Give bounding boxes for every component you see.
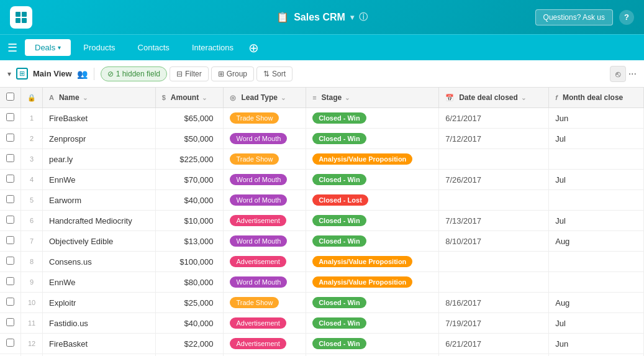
th-month-close[interactable]: f Month deal close — [549, 88, 644, 108]
row-checkbox[interactable] — [6, 154, 14, 162]
th-amount[interactable]: $ Amount ⌄ — [155, 88, 224, 108]
row-num: 1 — [30, 114, 34, 122]
name-sort-icon: ⌄ — [83, 94, 88, 101]
row-amount: $40,000 — [155, 313, 224, 334]
th-amount-label: Amount — [171, 93, 199, 102]
nav-add-button[interactable]: ⊕ — [248, 40, 259, 55]
th-date-closed[interactable]: 📅 Date deal closed ⌄ — [439, 88, 549, 108]
th-lock: 🔒 — [21, 88, 43, 108]
title-icon: 📋 — [276, 11, 289, 23]
hidden-fields-button[interactable]: ⊘ 1 hidden field — [101, 66, 167, 81]
row-date — [439, 272, 549, 293]
row-name[interactable]: Handcrafted Mediocrity — [43, 211, 156, 231]
row-name[interactable]: Exploitr — [43, 293, 156, 313]
row-name[interactable]: EnnWe — [43, 272, 156, 293]
row-checkbox[interactable] — [6, 339, 14, 347]
nav-tab-interactions[interactable]: Interactions — [182, 39, 243, 56]
row-checkbox[interactable] — [6, 175, 14, 183]
view-people-icon: 👥 — [77, 69, 88, 79]
row-checkbox[interactable] — [6, 216, 14, 224]
row-name[interactable]: FireBasket — [43, 108, 156, 129]
row-checkbox[interactable] — [6, 257, 14, 265]
row-date: 7/26/2017 — [439, 170, 549, 190]
row-stage: Closed - Win — [306, 129, 439, 149]
table-row: 6Handcrafted Mediocrity$10,000Advertisem… — [0, 211, 644, 231]
amount-sort-icon: ⌄ — [202, 94, 207, 101]
row-lock-cell: 3 — [21, 149, 43, 170]
row-amount: $15,000 — [155, 354, 224, 357]
row-name[interactable]: Objectively Edible — [43, 231, 156, 252]
row-name[interactable]: EnnWe — [43, 170, 156, 190]
row-name[interactable]: FireBasket — [43, 334, 156, 354]
filter-button[interactable]: ⊟ Filter — [170, 66, 209, 81]
table-body: 1FireBasket$65,000Trade ShowClosed - Win… — [0, 108, 644, 357]
toolbar-left: ▾ ⊞ Main View 👥 — [7, 68, 88, 80]
stage-badge: Closed - Win — [312, 112, 366, 124]
more-options-button[interactable]: ··· — [628, 68, 637, 80]
view-collapse-arrow[interactable]: ▾ — [7, 70, 11, 78]
hamburger-icon[interactable]: ☰ — [7, 41, 17, 55]
row-checkbox-cell — [0, 313, 21, 334]
group-button[interactable]: ⊞ Group — [211, 66, 254, 81]
table-row: 7Objectively Edible$13,000Word of MouthC… — [0, 231, 644, 252]
stage-badge: Closed - Win — [312, 215, 366, 226]
nav-tab-deals[interactable]: Deals ▾ — [25, 39, 71, 56]
row-checkbox-cell — [0, 129, 21, 149]
nav-tab-contacts[interactable]: Contacts — [128, 39, 179, 56]
title-dropdown-arrow[interactable]: ▾ — [350, 13, 354, 22]
row-checkbox[interactable] — [6, 236, 14, 244]
row-stage: Analysis/Value Proposition — [306, 252, 439, 272]
th-checkbox — [0, 88, 21, 108]
row-checkbox[interactable] — [6, 113, 14, 121]
row-amount: $22,000 — [155, 334, 224, 354]
th-month-label: Month deal close — [563, 93, 623, 102]
row-lead-type: Word of Mouth — [224, 129, 306, 149]
row-name[interactable]: Fastidio.us — [43, 313, 156, 334]
row-month: Jul — [549, 211, 644, 231]
th-lead-type[interactable]: ◎ Lead Type ⌄ — [224, 88, 306, 108]
row-checkbox[interactable] — [6, 298, 14, 306]
row-checkbox-cell — [0, 252, 21, 272]
toolbar-divider — [94, 68, 94, 80]
info-icon[interactable]: ⓘ — [359, 12, 368, 23]
row-lock-cell: 13 — [21, 354, 43, 357]
table-header-row: 🔒 A Name ⌄ $ Amount ⌄ — [0, 88, 644, 108]
row-stage: Closed - Win — [306, 354, 439, 357]
row-date: 7/19/2017 — [439, 313, 549, 334]
th-name[interactable]: A Name ⌄ — [43, 88, 156, 108]
th-stage[interactable]: ≡ Stage ⌄ — [306, 88, 439, 108]
svg-rect-0 — [16, 12, 20, 17]
row-date — [439, 190, 549, 211]
row-stage: Closed - Win — [306, 170, 439, 190]
stage-badge: Analysis/Value Proposition — [312, 153, 412, 165]
row-date: 8/10/2017 — [439, 231, 549, 252]
title-text: Sales CRM — [294, 12, 345, 23]
row-name[interactable]: Overeatify — [43, 354, 156, 357]
row-lock-cell: 7 — [21, 231, 43, 252]
row-amount: $13,000 — [155, 231, 224, 252]
row-checkbox[interactable] — [6, 277, 14, 285]
contacts-label: Contacts — [138, 43, 170, 52]
row-num: 12 — [28, 340, 35, 347]
select-all-checkbox[interactable] — [6, 93, 14, 101]
row-stage: Closed - Win — [306, 334, 439, 354]
row-name[interactable]: Earworm — [43, 190, 156, 211]
row-name[interactable]: Consens.us — [43, 252, 156, 272]
help-button[interactable]: ? — [619, 10, 634, 25]
view-label: Main View — [33, 69, 72, 78]
nav-tab-products[interactable]: Products — [73, 39, 125, 56]
row-checkbox-cell — [0, 231, 21, 252]
row-checkbox[interactable] — [6, 195, 14, 203]
row-lead-type: Word of Mouth — [224, 272, 306, 293]
row-month — [549, 149, 644, 170]
row-checkbox-cell — [0, 354, 21, 357]
row-checkbox[interactable] — [6, 318, 14, 326]
share-button[interactable]: ⎋ — [610, 66, 626, 82]
row-checkbox[interactable] — [6, 134, 14, 142]
row-lock-cell: 5 — [21, 190, 43, 211]
questions-button[interactable]: Questions? Ask us — [535, 9, 613, 25]
sort-button[interactable]: ⇅ Sort — [256, 66, 293, 81]
row-name[interactable]: Zenprospr — [43, 129, 156, 149]
row-stage: Closed - Win — [306, 231, 439, 252]
row-name[interactable]: pear.ly — [43, 149, 156, 170]
